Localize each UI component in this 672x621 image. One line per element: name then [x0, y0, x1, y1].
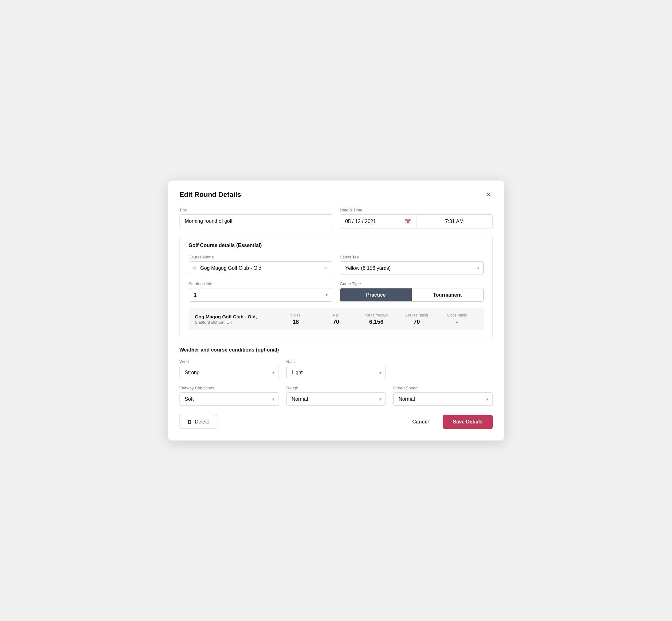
par-value: 70	[316, 319, 356, 325]
par-label: Par	[316, 313, 356, 318]
holes-stat: Holes 18	[276, 313, 316, 325]
course-rating-stat: Course rating 70	[396, 313, 437, 325]
title-label: Title	[179, 208, 333, 212]
yards-value: 6,156	[356, 319, 396, 325]
course-name-input[interactable]	[189, 261, 333, 275]
select-tee-dropdown[interactable]: Yellow (6,156 yards) White (6,400 yards)…	[340, 261, 484, 275]
wind-rain-row: Wind Calm Light Moderate Strong Very Str…	[179, 359, 493, 379]
course-info-name: Gog Magog Golf Club - Old, Shelford Bott…	[195, 314, 276, 325]
save-button[interactable]: Save Details	[443, 415, 493, 429]
course-location: Shelford Bottom, UK	[195, 320, 276, 325]
rain-dropdown[interactable]: None Light Moderate Heavy	[287, 366, 386, 379]
edit-round-modal: Edit Round Details × Title Date & Time 0…	[168, 180, 504, 441]
holes-value: 18	[276, 319, 316, 325]
slope-rating-stat: Slope rating -	[437, 313, 477, 325]
date-time-wrapper: 05 / 12 / 2021 📅 7:31 AM	[340, 214, 493, 229]
green-speed-label: Green Speed	[393, 385, 493, 390]
green-speed-dropdown[interactable]: Slow Normal Fast Very Fast	[393, 392, 493, 406]
clear-icon[interactable]: ×	[325, 265, 328, 271]
course-name-group: Course Name ⚲ ×	[189, 255, 333, 275]
rough-label: Rough	[287, 385, 386, 390]
wind-label: Wind	[179, 359, 279, 364]
par-stat: Par 70	[316, 313, 356, 325]
fairway-group: Fairway Conditions Soft Normal Firm Hard…	[179, 385, 279, 406]
game-type-toggle: Practice Tournament	[340, 288, 484, 302]
course-name-search-wrap: ⚲ ×	[189, 261, 333, 275]
tournament-button[interactable]: Tournament	[412, 288, 483, 301]
slope-rating-label: Slope rating	[437, 313, 477, 318]
footer-right: Cancel Save Details	[406, 415, 493, 429]
weather-section: Weather and course conditions (optional)…	[179, 347, 493, 406]
search-icon: ⚲	[193, 266, 196, 271]
date-value: 05 / 12 / 2021	[345, 219, 376, 224]
rain-group: Rain None Light Moderate Heavy ▾	[287, 359, 386, 379]
select-tee-group: Select Tee Yellow (6,156 yards) White (6…	[340, 255, 484, 275]
golf-section-title: Golf Course details (Essential)	[189, 243, 484, 248]
select-tee-label: Select Tee	[340, 255, 484, 259]
holes-label: Holes	[276, 313, 316, 318]
course-rating-value: 70	[396, 319, 437, 325]
fairway-label: Fairway Conditions	[179, 385, 279, 390]
practice-button[interactable]: Practice	[340, 288, 412, 301]
rough-group: Rough Short Normal Long Very Long ▾	[287, 385, 386, 406]
title-datetime-row: Title Date & Time 05 / 12 / 2021 📅 7:31 …	[179, 208, 493, 229]
fairway-rough-green-row: Fairway Conditions Soft Normal Firm Hard…	[179, 385, 493, 406]
modal-header: Edit Round Details ×	[179, 191, 493, 199]
wind-group: Wind Calm Light Moderate Strong Very Str…	[179, 359, 279, 379]
fairway-dropdown[interactable]: Soft Normal Firm Hard	[179, 392, 279, 406]
slope-rating-value: -	[437, 319, 477, 325]
course-info-bar: Gog Magog Golf Club - Old, Shelford Bott…	[189, 308, 484, 330]
green-speed-wrap: Slow Normal Fast Very Fast ▾	[393, 392, 493, 406]
close-button[interactable]: ×	[485, 191, 493, 199]
game-type-label: Game Type	[340, 282, 484, 286]
starting-hole-dropdown[interactable]: 1 2 10	[189, 288, 333, 302]
time-value: 7:31 AM	[445, 219, 464, 224]
cancel-button[interactable]: Cancel	[406, 415, 435, 428]
course-name-display: Gog Magog Golf Club - Old,	[195, 314, 276, 319]
hole-gametype-row: Starting Hole 1 2 10 ▾ Game Type Practic…	[189, 282, 484, 302]
rain-spacer	[393, 359, 493, 379]
yards-label: Yards(Yellow)	[356, 313, 396, 318]
rain-wrap: None Light Moderate Heavy ▾	[287, 366, 386, 379]
course-name-label: Course Name	[189, 255, 333, 259]
starting-hole-wrap: 1 2 10 ▾	[189, 288, 333, 302]
select-tee-wrap: Yellow (6,156 yards) White (6,400 yards)…	[340, 261, 484, 275]
delete-button[interactable]: 🗑 Delete	[179, 415, 217, 429]
footer-row: 🗑 Delete Cancel Save Details	[179, 415, 493, 429]
wind-wrap: Calm Light Moderate Strong Very Strong ▾	[179, 366, 279, 379]
datetime-group: Date & Time 05 / 12 / 2021 📅 7:31 AM	[340, 208, 493, 229]
yards-stat: Yards(Yellow) 6,156	[356, 313, 396, 325]
datetime-label: Date & Time	[340, 208, 493, 212]
modal-title: Edit Round Details	[179, 191, 241, 199]
golf-course-section: Golf Course details (Essential) Course N…	[179, 235, 493, 338]
trash-icon: 🗑	[187, 419, 193, 425]
green-speed-group: Green Speed Slow Normal Fast Very Fast ▾	[393, 385, 493, 406]
course-rating-label: Course rating	[396, 313, 437, 318]
starting-hole-label: Starting Hole	[189, 282, 333, 286]
calendar-icon: 📅	[405, 218, 411, 224]
weather-section-title: Weather and course conditions (optional)	[179, 347, 493, 353]
delete-label: Delete	[195, 419, 209, 425]
fairway-wrap: Soft Normal Firm Hard ▾	[179, 392, 279, 406]
date-input[interactable]: 05 / 12 / 2021 📅	[340, 214, 416, 229]
rain-label: Rain	[287, 359, 386, 364]
time-input[interactable]: 7:31 AM	[416, 214, 493, 229]
game-type-group: Game Type Practice Tournament	[340, 282, 484, 302]
wind-dropdown[interactable]: Calm Light Moderate Strong Very Strong	[179, 366, 279, 379]
rough-dropdown[interactable]: Short Normal Long Very Long	[287, 392, 386, 406]
course-tee-row: Course Name ⚲ × Select Tee Yellow (6,156…	[189, 255, 484, 275]
title-input[interactable]	[179, 214, 333, 228]
starting-hole-group: Starting Hole 1 2 10 ▾	[189, 282, 333, 302]
title-group: Title	[179, 208, 333, 229]
rough-wrap: Short Normal Long Very Long ▾	[287, 392, 386, 406]
